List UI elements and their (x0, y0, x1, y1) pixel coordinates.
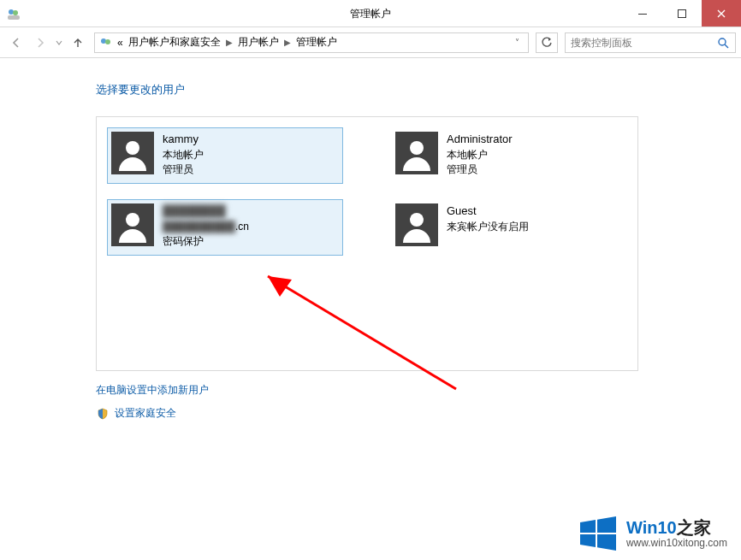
account-role: 管理员 (163, 162, 204, 177)
search-icon[interactable] (714, 37, 732, 49)
svg-line-8 (725, 44, 728, 48)
minimize-button[interactable] (623, 0, 662, 27)
add-user-link[interactable]: 在电脑设置中添加新用户 (96, 383, 209, 398)
account-name: Guest (447, 203, 529, 220)
accounts-panel: kammy 本地帐户 管理员 Administrator 本地帐户 管理员 (96, 116, 638, 371)
svg-point-6 (105, 39, 110, 44)
account-name: kammy (163, 132, 204, 148)
svg-point-7 (719, 38, 726, 45)
chevron-right-icon: ▶ (284, 38, 291, 47)
address-bar[interactable]: « 用户帐户和家庭安全 ▶ 用户帐户 ▶ 管理帐户 ˅ (94, 32, 529, 53)
svg-point-0 (9, 9, 14, 15)
content-area: 选择要更改的用户 kammy 本地帐户 管理员 (0, 58, 741, 560)
annotation-arrow-icon (242, 261, 465, 400)
breadcrumb-item[interactable]: 用户帐户 (238, 35, 279, 50)
svg-point-12 (410, 213, 424, 227)
account-role: 管理员 (447, 162, 513, 177)
avatar (395, 203, 438, 246)
search-box[interactable] (565, 32, 736, 53)
link-label: 在电脑设置中添加新用户 (96, 383, 209, 398)
avatar (395, 132, 438, 174)
search-input[interactable] (569, 34, 714, 51)
navbar: « 用户帐户和家庭安全 ▶ 用户帐户 ▶ 管理帐户 ˅ (0, 27, 741, 58)
close-button[interactable] (702, 0, 741, 27)
up-button[interactable] (67, 32, 89, 53)
svg-marker-16 (597, 516, 616, 533)
svg-point-10 (410, 141, 424, 155)
svg-point-11 (126, 213, 139, 227)
chevron-down-icon[interactable]: ˅ (509, 38, 525, 47)
breadcrumb-item[interactable]: 用户帐户和家庭安全 (128, 35, 221, 50)
breadcrumb-item[interactable]: 管理帐户 (296, 35, 337, 50)
svg-point-5 (101, 38, 106, 44)
svg-point-1 (13, 10, 18, 15)
breadcrumb: « 用户帐户和家庭安全 ▶ 用户帐户 ▶ 管理帐户 (117, 35, 337, 50)
forward-button[interactable] (29, 32, 51, 53)
history-dropdown-icon[interactable] (53, 32, 65, 53)
svg-line-13 (268, 276, 456, 389)
titlebar: 管理帐户 (0, 0, 741, 27)
svg-marker-17 (580, 534, 596, 547)
account-type: 本地帐户 (447, 148, 513, 162)
account-protection: 密码保护 (163, 234, 249, 249)
chevron-right-icon: ▶ (226, 38, 233, 47)
breadcrumb-prefix: « (117, 37, 123, 49)
svg-rect-4 (679, 9, 686, 17)
accounts-icon (98, 35, 114, 50)
svg-rect-2 (8, 15, 20, 20)
account-name: Administrator (447, 132, 513, 148)
maximize-button[interactable] (662, 0, 702, 27)
windows-logo-icon (578, 514, 618, 553)
links-section: 在电脑设置中添加新用户 设置家庭安全 (96, 383, 741, 421)
back-button[interactable] (5, 32, 27, 53)
account-item-administrator[interactable]: Administrator 本地帐户 管理员 (391, 127, 627, 184)
watermark-url: www.win10xitong.com (626, 538, 727, 550)
account-type: 本地帐户 (163, 148, 204, 162)
svg-rect-3 (638, 14, 647, 15)
svg-marker-14 (268, 276, 292, 297)
account-item-kammy[interactable]: kammy 本地帐户 管理员 (107, 127, 343, 184)
avatar (111, 203, 154, 246)
svg-marker-18 (597, 534, 616, 551)
family-safety-link[interactable]: 设置家庭安全 (96, 406, 176, 421)
svg-marker-15 (580, 520, 596, 533)
shield-icon (96, 407, 110, 421)
watermark-title: Win10之家 (626, 518, 727, 538)
link-label: 设置家庭安全 (115, 406, 176, 421)
avatar (111, 132, 154, 174)
account-status: 来宾帐户没有启用 (447, 220, 529, 234)
account-item-guest[interactable]: Guest 来宾帐户没有启用 (391, 199, 627, 256)
watermark: Win10之家 www.win10xitong.com (578, 514, 727, 553)
account-item-redacted[interactable]: ████████ ██████████.cn 密码保护 (107, 199, 343, 256)
page-heading: 选择要更改的用户 (96, 82, 741, 97)
account-email: ██████████.cn (163, 220, 249, 234)
account-email-suffix: .cn (235, 221, 249, 233)
svg-point-9 (126, 141, 139, 155)
accounts-icon (0, 0, 21, 27)
account-name: ████████ (163, 203, 249, 220)
refresh-button[interactable] (536, 32, 558, 53)
